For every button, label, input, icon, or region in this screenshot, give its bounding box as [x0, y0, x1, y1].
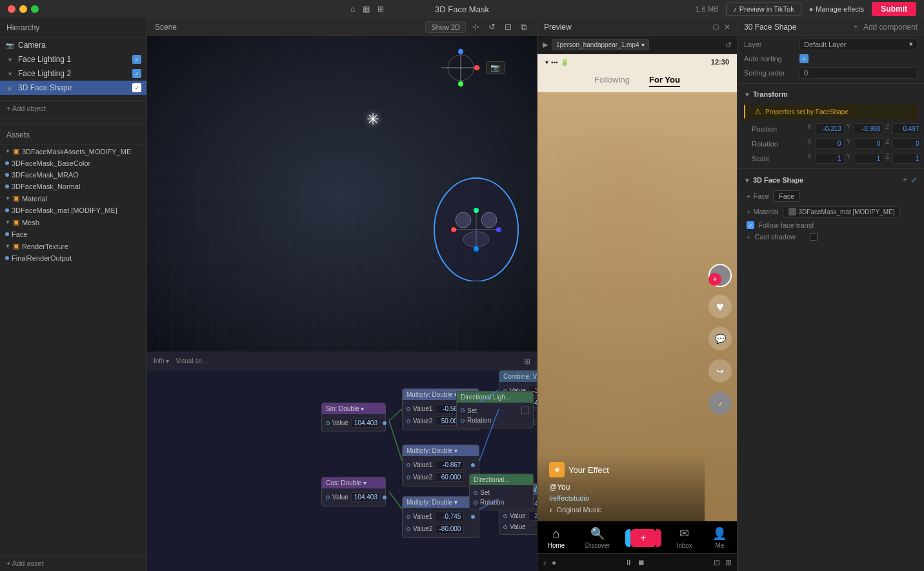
- create-nav-item[interactable]: +: [630, 529, 656, 547]
- layout-icon[interactable]: ▦: [363, 5, 370, 14]
- multiply2-header[interactable]: Multiply: Double ▾: [403, 445, 479, 456]
- media-selector[interactable]: 1person_handappear_1.mp4 ▾: [552, 39, 649, 50]
- asset-group-masks[interactable]: ▼ ▣ 3DFaceMaskAssets_MODIFY_ME: [0, 145, 146, 157]
- dl2-rotation-input[interactable]: [474, 501, 477, 505]
- face-lighting-1-checkbox[interactable]: ✓: [132, 55, 141, 64]
- dl2-set-input[interactable]: [474, 491, 477, 495]
- manage-effects-button[interactable]: ● Manage effects: [809, 5, 865, 13]
- m2-v2-val[interactable]: 60.000: [435, 472, 464, 482]
- scale-z[interactable]: 1: [892, 153, 922, 164]
- hierarchy-item-face-lighting-1[interactable]: ☀ Face Lighting 1 ✓: [0, 52, 146, 66]
- rotate-icon[interactable]: ↺: [486, 21, 498, 33]
- sin-value[interactable]: 104.403: [351, 418, 380, 428]
- asset-group-material[interactable]: ▼ ▣ Material: [0, 192, 146, 205]
- asset-final-render[interactable]: FinalRenderOutput: [0, 252, 146, 264]
- share-icon[interactable]: ↪: [708, 359, 732, 383]
- position-y[interactable]: -0.988: [854, 123, 883, 134]
- add-component-icon[interactable]: +: [854, 23, 858, 32]
- graph-expand-icon[interactable]: ⊞: [524, 357, 530, 366]
- m2-v1-val[interactable]: -0.867: [435, 460, 464, 470]
- home-icon[interactable]: ⌂: [350, 5, 355, 14]
- c2-input2[interactable]: [503, 514, 507, 518]
- face-shape-add-icon[interactable]: +: [903, 175, 907, 185]
- dl1-rotation-input[interactable]: [461, 419, 465, 423]
- m2-input1[interactable]: [407, 463, 410, 467]
- sorting-order-value[interactable]: 0: [799, 67, 918, 79]
- face-shape-section-header[interactable]: 3D Face Shape + ✓: [738, 172, 924, 188]
- stop-icon[interactable]: ⏹: [638, 558, 645, 567]
- add-asset-button[interactable]: + Add asset: [0, 555, 146, 571]
- auto-sorting-checkbox[interactable]: ✓: [799, 54, 808, 63]
- cos-value[interactable]: 104.403: [351, 492, 380, 502]
- position-z[interactable]: 0.497: [892, 123, 922, 134]
- expand-preview-icon[interactable]: ⊡: [714, 558, 720, 567]
- asset-mrao[interactable]: 3DFaceMask_MRAO: [0, 169, 146, 181]
- comment-container[interactable]: 💬: [708, 327, 732, 350]
- scale-y[interactable]: 1: [854, 153, 883, 164]
- asset-normal[interactable]: 3DFaceMask_Normal: [0, 181, 146, 192]
- music-disc-icon[interactable]: ♪: [708, 392, 732, 415]
- sin-output[interactable]: [383, 421, 387, 425]
- position-x[interactable]: -0.313: [815, 123, 845, 134]
- scale-icon[interactable]: ⊡: [502, 21, 514, 33]
- cast-shadow-checkbox[interactable]: [810, 233, 818, 241]
- add-object-button[interactable]: + Add object: [0, 100, 146, 116]
- face-shape-check-icon[interactable]: ✓: [911, 175, 918, 185]
- c2-input3[interactable]: [503, 525, 507, 529]
- following-tab[interactable]: Following: [594, 75, 630, 87]
- rotation-y[interactable]: 0: [854, 138, 883, 149]
- submit-button[interactable]: Submit: [872, 2, 916, 16]
- camera-button[interactable]: 📷: [490, 63, 500, 72]
- dl1-set-input[interactable]: [461, 408, 465, 412]
- follow-plus-icon[interactable]: +: [708, 273, 721, 286]
- face-value-chip[interactable]: Face: [773, 190, 800, 202]
- like-container[interactable]: ♥: [708, 295, 732, 318]
- minimize-button[interactable]: [19, 5, 27, 13]
- preview-external-icon[interactable]: ⬡: [712, 23, 719, 32]
- preview-tiktok-button[interactable]: ♪ Preview in TikTok: [726, 3, 801, 15]
- m3-input1[interactable]: [407, 515, 410, 519]
- camera-controls[interactable]: 📷: [486, 61, 505, 74]
- like-icon[interactable]: ♥: [708, 295, 732, 318]
- asset-group-render[interactable]: ▼ ▣ RenderTexture: [0, 240, 146, 252]
- hierarchy-item-3d-face-shape[interactable]: ◈ 3D Face Shape ✓: [0, 81, 146, 95]
- inbox-nav-item[interactable]: ✉ Inbox: [676, 526, 692, 549]
- maximize-button[interactable]: [31, 5, 39, 13]
- window-controls[interactable]: [8, 5, 39, 13]
- comment-icon[interactable]: 💬: [708, 327, 732, 350]
- cos-input[interactable]: [326, 496, 330, 499]
- layer-select[interactable]: Default Layer ▾: [799, 38, 918, 50]
- sin-node-header[interactable]: Sin: Double ▾: [322, 403, 385, 414]
- m3-output[interactable]: [471, 515, 475, 519]
- discover-nav-item[interactable]: 🔍 Discover: [585, 526, 610, 549]
- share-container[interactable]: ↪: [708, 359, 732, 383]
- camera-view-icon[interactable]: ⧉: [518, 21, 529, 34]
- m3-v1-val[interactable]: -0.745: [435, 512, 464, 521]
- pause-icon[interactable]: ⏸: [625, 558, 632, 567]
- dl1-set-toggle[interactable]: [521, 406, 529, 414]
- rotation-x[interactable]: 0: [815, 138, 845, 149]
- face-shape-checkbox[interactable]: ✓: [132, 83, 141, 92]
- face-lighting-2-checkbox[interactable]: ✓: [132, 69, 141, 78]
- rotation-z[interactable]: 0: [892, 138, 922, 149]
- refresh-icon[interactable]: ↺: [725, 41, 732, 50]
- me-nav-item[interactable]: 👤 Me: [712, 526, 727, 549]
- sin-input[interactable]: [326, 421, 330, 425]
- preview-settings-icon[interactable]: ✕: [724, 23, 730, 32]
- m1-input2[interactable]: [407, 419, 410, 423]
- create-button[interactable]: +: [630, 529, 656, 547]
- hierarchy-item-camera[interactable]: 📷 Camera: [0, 38, 146, 52]
- dl2-header[interactable]: Directional...: [470, 474, 533, 485]
- collapse-preview-icon[interactable]: ⊞: [725, 558, 732, 567]
- m3-input2[interactable]: [407, 527, 410, 531]
- follow-face-checkbox[interactable]: ✓: [747, 221, 754, 229]
- show-2d-button[interactable]: Show 2D: [425, 21, 466, 33]
- m3-v2-val[interactable]: -80.000: [435, 524, 464, 534]
- m1-input1[interactable]: [407, 407, 410, 411]
- transform-section-header[interactable]: Transform: [738, 86, 924, 102]
- combine1-header[interactable]: Combine: Vector3f ▾: [499, 371, 537, 382]
- cos-output[interactable]: [383, 496, 387, 499]
- asset-group-mesh[interactable]: ▼ ▣ Mesh: [0, 216, 146, 228]
- for-you-tab[interactable]: For You: [649, 75, 680, 87]
- cos-node-header[interactable]: Cos: Double ▾: [322, 477, 385, 488]
